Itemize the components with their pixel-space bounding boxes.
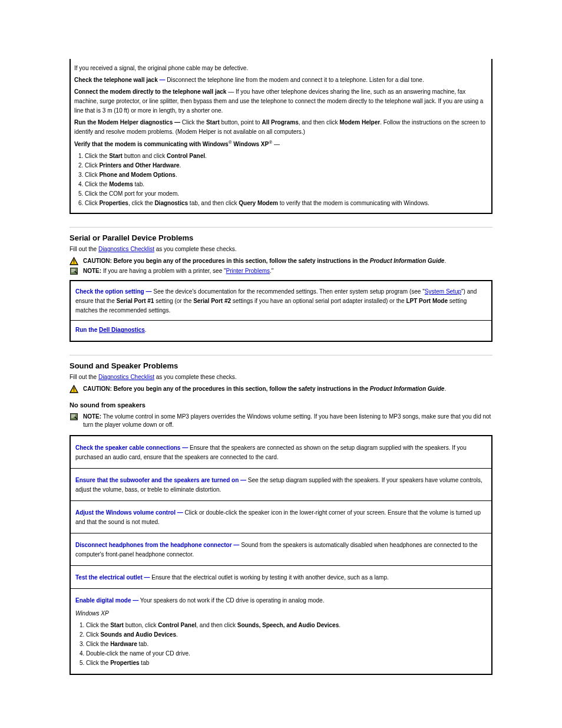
enable-digital-steps: Click the Start button, click Control Pa… [86,621,487,668]
cell-speaker-cable: Check the speaker cable connections — En… [71,436,491,468]
check-wall-jack-text: Disconnect the telephone line from the m… [167,77,424,83]
enable-digital-label: Enable digital mode — [75,597,138,604]
run-dell-diagnostics-row: Run the Dell Diagnostics. [75,325,487,335]
winxp-italic: Windows XP [75,610,109,617]
ed-step-2: Click Sounds and Audio Devices. [86,630,487,640]
sound-intro: Fill out the Diagnostics Checklist as yo… [70,373,492,382]
serial-parallel-heading: Serial or Parallel Device Problems [70,233,492,242]
verify-winxp: Windows XP [233,141,269,147]
verify-modem-row: Verify that the modem is communicating w… [74,138,488,209]
ed-step-5: Click the Properties tab [86,658,487,668]
mh-start: Start [206,119,220,126]
sound-speaker-heading: Sound and Speaker Problems [70,361,492,370]
mh-t1: Click the [182,119,206,126]
subwoofer-on-label: Ensure that the subwoofer and the speake… [75,477,246,483]
caution-icon [70,385,78,393]
vm-step-6: Click Properties, click the Diagnostics … [85,199,488,208]
cell-windows-volume: Adjust the Windows volume control — Clic… [71,501,491,533]
svg-rect-1 [74,260,74,262]
cell-subwoofer-on: Ensure that the subwoofer and the speake… [71,469,491,500]
reg-symbol-1: ® [229,140,232,145]
dash-separator: — [160,77,166,83]
vm-step-5: Click the COM port for your modem. [85,189,488,199]
serial-intro: Fill out the Diagnostics Checklist as yo… [70,245,492,254]
mh-helper: Modem Helper [339,119,380,126]
signal-defective-cable-note: If you received a signal, the original p… [74,62,488,74]
verify-modem-steps: Click the Start button and click Control… [85,151,488,208]
sound-note-text: NOTE: The volume control in some MP3 pla… [83,412,492,429]
mh-t3: , and then click [299,119,339,126]
printer-problems-link[interactable]: Printer Problems [226,268,270,274]
check-option-setting-row: Check the option setting — See the devic… [75,287,487,315]
serial-framed-box: Check the option setting — See the devic… [70,280,492,342]
caution-icon [70,257,78,265]
run-modem-helper-label: Run the Modem Helper diagnostics — [74,119,180,126]
svg-rect-2 [74,263,74,263]
check-speaker-cable-label: Check the speaker cable connections — [75,444,188,451]
svg-rect-3 [71,268,78,275]
system-setup-link[interactable]: System Setup [425,288,461,295]
diagnostics-checklist-link-2[interactable]: Diagnostics Checklist [98,374,154,380]
run-modem-helper-row: Run the Modem Helper diagnostics — Click… [74,117,488,138]
connect-modem-direct-row: Connect the modem directly to the teleph… [74,86,488,117]
windows-volume-label: Adjust the Windows volume control — [75,509,183,516]
diagnostics-checklist-link[interactable]: Diagnostics Checklist [98,246,154,252]
ed-step-3: Click the Hardware tab. [86,640,487,649]
vm-step-2: Click Printers and Other Hardware. [85,161,488,170]
vm-step-1: Click the Start button and click Control… [85,151,488,161]
ed-step-1: Click the Start button, click Control Pa… [86,621,487,630]
cell-test-outlet: Test the electrical outlet — Ensure that… [71,566,491,588]
dell-diagnostics-link[interactable]: Dell Diagnostics [99,327,145,333]
modem-troubleshooting-box: If you received a signal, the original p… [70,59,492,214]
sound-caution-text: CAUTION: Before you begin any of the pro… [83,384,446,393]
check-option-setting-label: Check the option setting — [75,288,151,295]
disconnect-headphones-label: Disconnect headphones from the headphone… [75,542,239,548]
note-icon [70,413,78,421]
vm-step-4: Click the Modems tab. [85,180,488,189]
svg-rect-5 [74,388,74,390]
serial-box-divider [71,320,491,321]
serial-note-text: NOTE: If you are having a problem with a… [83,266,273,275]
divider-1 [70,227,492,228]
test-outlet-label: Test the electrical outlet — [75,574,150,581]
divider-2 [70,355,492,355]
sound-troubleshooting-table: Check the speaker cable connections — En… [70,435,492,675]
svg-rect-6 [74,391,74,391]
no-sound-subheading: No sound from speakers [70,401,492,409]
ed-step-4: Double-click the name of your CD drive. [86,649,487,658]
connect-modem-direct-label: Connect the modem directly to the teleph… [74,88,226,95]
cell-enable-digital: Enable digital mode — Your speakers do n… [71,589,491,674]
svg-rect-7 [71,414,78,420]
sound-note: NOTE: The volume control in some MP3 pla… [70,412,492,429]
sound-caution: CAUTION: Before you begin any of the pro… [70,384,492,393]
mh-all: All Programs [262,119,298,126]
serial-caution-text: CAUTION: Before you begin any of the pro… [83,256,446,265]
serial-note: NOTE: If you are having a problem with a… [70,266,492,275]
check-wall-jack-label: Check the telephone wall jack [74,77,158,83]
cell-disconnect-headphones: Disconnect headphones from the headphone… [71,533,491,565]
note-icon [70,267,78,275]
reg-symbol-2: ® [269,140,272,145]
vm-step-3: Click Phone and Modem Options. [85,170,488,180]
check-wall-jack-row: Check the telephone wall jack — Disconne… [74,74,488,86]
mh-t2: button, point to [220,119,262,126]
serial-caution: CAUTION: Before you begin any of the pro… [70,256,492,265]
verify-modem-label: Verify that the modem is communicating w… [74,141,229,147]
